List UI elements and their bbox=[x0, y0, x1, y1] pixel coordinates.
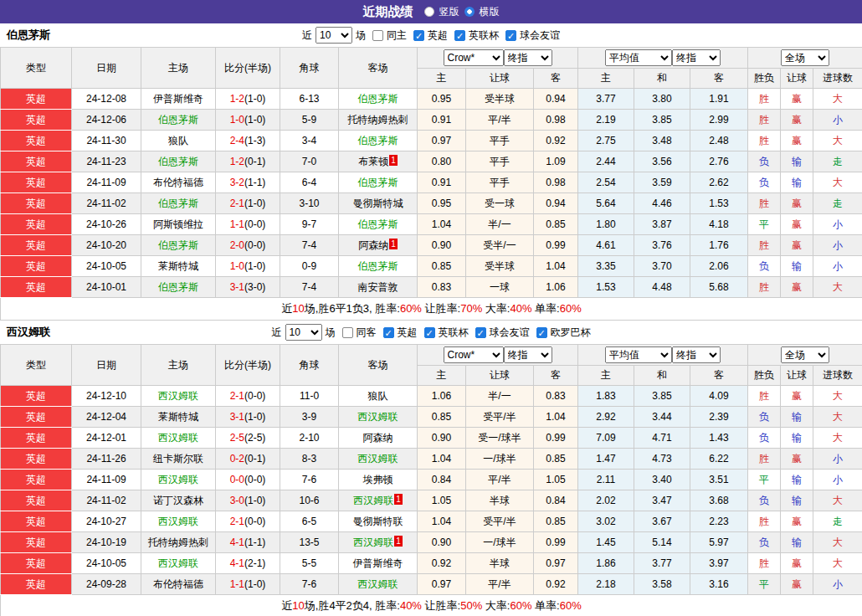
match-row: 英超24-10-27西汉姆联2-1(0-0)6-5曼彻斯特联1.04受平/半0.… bbox=[1, 511, 862, 532]
league-checkbox-1[interactable]: ✓ bbox=[424, 327, 435, 338]
odds-home-cell: 1.05 bbox=[418, 490, 466, 511]
score-cell: 3-1(3-0) bbox=[216, 277, 280, 298]
recent-count-select[interactable]: 10 bbox=[285, 324, 322, 341]
recent-count-select[interactable]: 10 bbox=[316, 27, 352, 44]
average-stage-select[interactable]: 终指 bbox=[672, 346, 721, 363]
matches-table: 类型日期主场比分(半场)角球客场Crow*终指平均值终指全场主让球客主和客胜负让… bbox=[0, 344, 862, 616]
avg-home-odds-cell: 2.75 bbox=[578, 131, 634, 151]
score-cell: 3-2(1-1) bbox=[216, 172, 280, 193]
avg-draw-odds-cell: 4.73 bbox=[634, 449, 690, 470]
match-row: 英超24-10-05西汉姆联4-1(2-1)5-5伊普斯维奇0.92半球0.97… bbox=[1, 553, 862, 574]
scope-select[interactable]: 全场 bbox=[781, 346, 829, 363]
handicap-cell: 受半球 bbox=[466, 89, 534, 110]
team-label: 托特纳姆热刺 bbox=[148, 536, 208, 548]
average-select[interactable]: 平均值 bbox=[605, 346, 672, 363]
league-checkbox-3[interactable]: ✓ bbox=[536, 327, 547, 338]
avg-home-odds-cell: 7.09 bbox=[578, 428, 634, 449]
corners-cell: 3-10 bbox=[280, 193, 339, 214]
summary-label: 单率: bbox=[531, 302, 559, 315]
goals-result-cell: 走 bbox=[813, 193, 862, 214]
handicap-cell: 平/半 bbox=[466, 470, 534, 490]
date-cell: 24-12-08 bbox=[72, 89, 141, 110]
score-cell: 3-1(1-0) bbox=[216, 407, 280, 428]
handicap-result-cell: 输 bbox=[781, 172, 813, 193]
league-checkbox-1[interactable]: ✓ bbox=[454, 30, 465, 41]
avg-away-odds-cell: 3.68 bbox=[690, 490, 748, 511]
result-cell: 胜 bbox=[748, 277, 781, 298]
home-team-cell: 西汉姆联 bbox=[141, 553, 216, 574]
same-venue-label: 同主 bbox=[387, 28, 407, 43]
odds-away-cell: 0.92 bbox=[534, 574, 578, 595]
handicap-result-cell: 赢 bbox=[781, 131, 813, 151]
average-stage-select[interactable]: 终指 bbox=[672, 49, 721, 66]
scope-select[interactable]: 全场 bbox=[781, 49, 829, 66]
team-label: 西汉姆联 bbox=[158, 516, 198, 527]
result-cell: 负 bbox=[748, 428, 781, 449]
fulltime-score: 1-2 bbox=[230, 93, 244, 105]
odds-away-cell: 0.84 bbox=[534, 490, 578, 511]
away-team-cell: 伯恩茅斯 bbox=[339, 256, 418, 277]
goals-result-cell: 小 bbox=[813, 449, 862, 470]
corners-cell: 6-4 bbox=[280, 172, 339, 193]
bookmaker-stage-select[interactable]: 终指 bbox=[504, 346, 552, 363]
team-label: 伯恩茅斯 bbox=[158, 281, 198, 293]
col-subheader: 让球 bbox=[781, 69, 813, 89]
handicap-result-cell: 赢 bbox=[781, 511, 813, 532]
goals-result-cell: 小 bbox=[813, 235, 862, 256]
col-subheader: 客 bbox=[690, 366, 748, 386]
away-team-cell: 狼队 bbox=[339, 386, 418, 407]
handicap-cell: 半球 bbox=[466, 490, 534, 511]
col-header: 类型 bbox=[1, 48, 72, 89]
avg-home-odds-cell: 3.35 bbox=[578, 256, 634, 277]
avg-away-odds-cell: 2.76 bbox=[690, 151, 748, 172]
odds-home-cell: 0.92 bbox=[418, 553, 466, 574]
score-cell: 1-0(1-0) bbox=[216, 256, 280, 277]
away-team-cell: 西汉姆联1 bbox=[339, 490, 418, 511]
avg-away-odds-cell: 3.51 bbox=[690, 470, 748, 490]
team-label: 埃弗顿 bbox=[363, 474, 393, 485]
match-row: 英超24-12-06伯恩茅斯1-0(1-0)5-9托特纳姆热刺0.91平/半0.… bbox=[1, 110, 862, 131]
league-checkbox-0[interactable]: ✓ bbox=[413, 30, 424, 41]
date-cell: 24-11-09 bbox=[72, 172, 141, 193]
team-label: 伯恩茅斯 bbox=[358, 135, 398, 146]
avg-home-odds-cell: 2.54 bbox=[578, 172, 634, 193]
bookmaker-stage-select[interactable]: 终指 bbox=[504, 49, 552, 66]
team-label: 伊普斯维奇 bbox=[353, 557, 403, 569]
league-type-cell: 英超 bbox=[1, 511, 72, 532]
goals-result-cell: 走 bbox=[813, 151, 862, 172]
same-venue-checkbox[interactable] bbox=[342, 327, 353, 338]
fulltime-score: 2-1 bbox=[230, 390, 244, 402]
result-cell: 负 bbox=[748, 172, 781, 193]
league-checkbox-2[interactable]: ✓ bbox=[505, 30, 516, 41]
result-cell: 胜 bbox=[748, 131, 781, 151]
average-select[interactable]: 平均值 bbox=[605, 49, 672, 66]
odds-home-cell: 0.85 bbox=[418, 407, 466, 428]
same-venue-checkbox[interactable] bbox=[372, 30, 383, 41]
date-cell: 24-11-02 bbox=[72, 490, 141, 511]
odds-away-cell: 0.99 bbox=[534, 532, 578, 553]
avg-draw-odds-cell: 3.59 bbox=[634, 172, 690, 193]
league-type-cell: 英超 bbox=[1, 214, 72, 235]
league-checkbox-2[interactable]: ✓ bbox=[475, 327, 486, 338]
away-team-cell: 西汉姆联 bbox=[339, 574, 418, 595]
league-checkbox-0[interactable]: ✓ bbox=[383, 327, 394, 338]
bookmaker-select[interactable]: Crow* bbox=[444, 49, 504, 66]
odds-away-cell: 0.85 bbox=[534, 214, 578, 235]
home-team-cell: 莱斯特城 bbox=[141, 256, 216, 277]
col-subheader: 胜负 bbox=[748, 366, 781, 386]
bookmaker-select[interactable]: Crow* bbox=[444, 346, 504, 363]
summary-row: 近10场,胜4平2负4, 胜率:40% 让胜率:50% 大率:60% 单率:60… bbox=[1, 595, 862, 616]
goals-result-cell: 大 bbox=[813, 553, 862, 574]
team-label: 阿森纳 bbox=[358, 239, 388, 251]
away-team-cell: 伯恩茅斯 bbox=[339, 89, 418, 110]
score-cell: 1-2(0-1) bbox=[216, 151, 280, 172]
odds-home-cell: 0.91 bbox=[418, 172, 466, 193]
odds-away-cell: 1.09 bbox=[534, 151, 578, 172]
fulltime-score: 3-1 bbox=[230, 411, 244, 423]
radio-vertical-layout[interactable] bbox=[424, 7, 434, 17]
odds-home-cell: 0.97 bbox=[418, 574, 466, 595]
odds-home-cell: 0.90 bbox=[418, 235, 466, 256]
radio-horizontal-layout[interactable] bbox=[464, 7, 475, 17]
corners-cell: 10-6 bbox=[280, 490, 339, 511]
league-type-cell: 英超 bbox=[1, 428, 72, 449]
